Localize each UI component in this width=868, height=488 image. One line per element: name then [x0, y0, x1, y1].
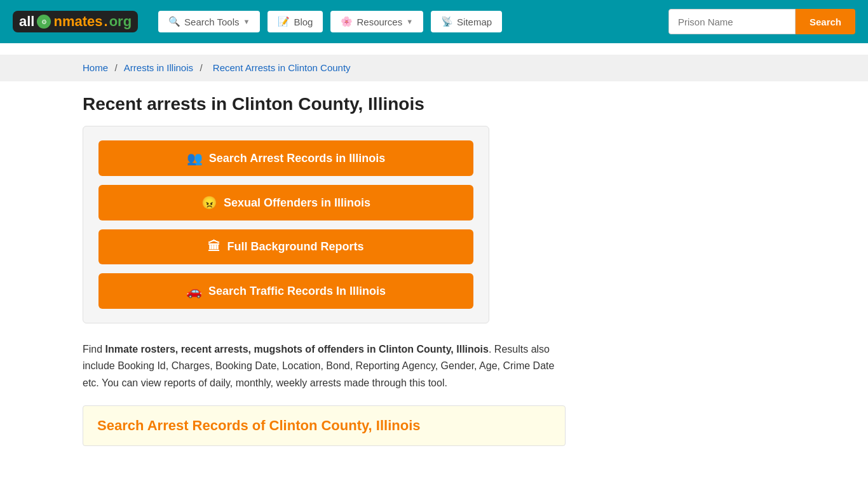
sexual-offenders-button[interactable]: 😠 Sexual Offenders in Illinois: [98, 185, 473, 220]
prison-search-wrap: Search: [668, 9, 855, 34]
search-tools-label: Search Tools: [184, 17, 239, 27]
action-card: 👥 Search Arrest Records in Illinois 😠 Se…: [83, 126, 489, 323]
main-content: Recent arrests in Clinton County, Illino…: [0, 81, 868, 459]
breadcrumb-arrests-il[interactable]: Arrests in Illinois: [124, 62, 193, 73]
sitemap-button[interactable]: 📡 Sitemap: [431, 11, 502, 32]
sitemap-label: Sitemap: [457, 17, 492, 27]
description-intro: Find: [83, 344, 105, 355]
breadcrumb-current: Recent Arrests in Clinton County: [213, 62, 351, 73]
prison-search-label: Search: [810, 17, 841, 27]
search-tools-arrow-icon: ▼: [243, 18, 250, 25]
page-title: Recent arrests in Clinton County, Illino…: [83, 94, 785, 114]
search-section: Search Arrest Records of Clinton County,…: [83, 405, 566, 446]
blog-icon: 📝: [278, 16, 290, 27]
prison-name-input[interactable]: [668, 9, 796, 34]
resources-arrow-icon: ▼: [406, 18, 413, 25]
sitemap-icon: 📡: [441, 16, 453, 27]
search-section-title: Search Arrest Records of Clinton County,…: [97, 417, 551, 434]
traffic-icon: 🚗: [186, 283, 202, 299]
resources-icon: 🌸: [341, 16, 353, 27]
traffic-records-label: Search Traffic Records In Illinois: [208, 285, 386, 298]
breadcrumb-separator-2: /: [200, 62, 205, 73]
search-tools-icon: 🔍: [168, 16, 180, 27]
resources-button[interactable]: 🌸 Resources ▼: [330, 11, 423, 32]
blog-label: Blog: [294, 17, 313, 27]
offenders-icon: 😠: [201, 195, 217, 210]
description-bold: Inmate rosters, recent arrests, mugshots…: [105, 344, 489, 355]
breadcrumb-separator-1: /: [114, 62, 119, 73]
logo-all: all: [19, 13, 34, 30]
breadcrumb-home[interactable]: Home: [83, 62, 108, 73]
search-tools-button[interactable]: 🔍 Search Tools ▼: [158, 11, 260, 32]
breadcrumb: Home / Arrests in Illinois / Recent Arre…: [0, 55, 868, 81]
traffic-records-button[interactable]: 🚗 Search Traffic Records In Illinois: [98, 273, 473, 309]
prison-search-button[interactable]: Search: [796, 9, 855, 34]
search-arrest-records-button[interactable]: 👥 Search Arrest Records in Illinois: [98, 140, 473, 176]
sexual-offenders-label: Sexual Offenders in Illinois: [224, 196, 370, 210]
background-reports-label: Full Background Reports: [227, 240, 363, 254]
resources-label: Resources: [356, 17, 402, 27]
logo-dot: .: [104, 13, 108, 30]
background-reports-button[interactable]: 🏛 Full Background Reports: [98, 229, 473, 264]
arrest-records-icon: 👥: [187, 151, 203, 166]
search-arrest-records-label: Search Arrest Records in Illinois: [209, 152, 385, 165]
background-icon: 🏛: [208, 240, 220, 254]
header: all ⚙ nmates . org 🔍 Search Tools ▼ 📝 Bl…: [0, 0, 868, 43]
logo[interactable]: all ⚙ nmates . org: [13, 11, 138, 32]
description: Find Inmate rosters, recent arrests, mug…: [83, 341, 566, 391]
logo-org: org: [109, 13, 132, 30]
blog-button[interactable]: 📝 Blog: [268, 11, 323, 32]
logo-icon: ⚙: [37, 15, 51, 29]
logo-inmates: nmates: [53, 13, 102, 30]
